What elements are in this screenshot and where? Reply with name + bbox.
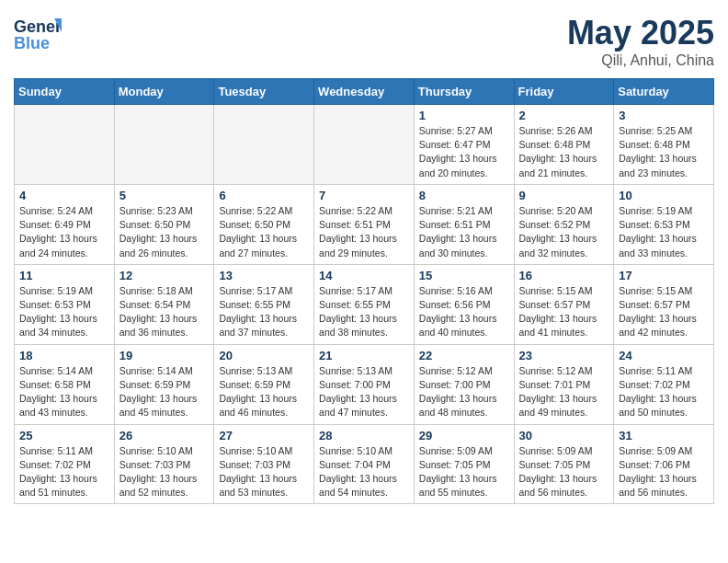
day-info: Sunrise: 5:17 AM Sunset: 6:55 PM Dayligh… <box>219 284 309 340</box>
day-number: 11 <box>19 269 109 282</box>
day-info: Sunrise: 5:15 AM Sunset: 6:57 PM Dayligh… <box>519 284 609 340</box>
day-cell <box>114 105 214 185</box>
day-number: 15 <box>419 269 509 282</box>
day-cell: 1Sunrise: 5:27 AM Sunset: 6:47 PM Daylig… <box>414 105 514 185</box>
weekday-monday: Monday <box>114 79 214 105</box>
day-cell: 19Sunrise: 5:14 AM Sunset: 6:59 PM Dayli… <box>114 344 214 424</box>
calendar-table: SundayMondayTuesdayWednesdayThursdayFrid… <box>14 78 714 504</box>
day-cell: 24Sunrise: 5:11 AM Sunset: 7:02 PM Dayli… <box>614 344 714 424</box>
day-cell: 5Sunrise: 5:23 AM Sunset: 6:50 PM Daylig… <box>114 184 214 264</box>
day-info: Sunrise: 5:12 AM Sunset: 7:01 PM Dayligh… <box>519 364 609 420</box>
day-cell: 16Sunrise: 5:15 AM Sunset: 6:57 PM Dayli… <box>514 264 614 344</box>
day-info: Sunrise: 5:10 AM Sunset: 7:03 PM Dayligh… <box>219 444 309 500</box>
day-number: 22 <box>419 349 509 362</box>
calendar-body: 1Sunrise: 5:27 AM Sunset: 6:47 PM Daylig… <box>15 105 714 504</box>
day-cell: 7Sunrise: 5:22 AM Sunset: 6:51 PM Daylig… <box>314 184 415 264</box>
day-info: Sunrise: 5:18 AM Sunset: 6:54 PM Dayligh… <box>119 284 210 340</box>
day-number: 8 <box>419 189 509 202</box>
day-number: 29 <box>419 429 509 442</box>
day-number: 2 <box>519 109 609 122</box>
day-info: Sunrise: 5:17 AM Sunset: 6:55 PM Dayligh… <box>319 284 409 340</box>
day-info: Sunrise: 5:23 AM Sunset: 6:50 PM Dayligh… <box>119 204 210 260</box>
day-number: 18 <box>19 349 109 362</box>
day-info: Sunrise: 5:16 AM Sunset: 6:56 PM Dayligh… <box>419 284 509 340</box>
day-number: 25 <box>19 429 109 442</box>
day-cell <box>214 105 314 185</box>
day-info: Sunrise: 5:14 AM Sunset: 6:59 PM Dayligh… <box>119 364 210 420</box>
day-cell: 3Sunrise: 5:25 AM Sunset: 6:48 PM Daylig… <box>614 105 714 185</box>
day-cell: 25Sunrise: 5:11 AM Sunset: 7:02 PM Dayli… <box>15 424 115 504</box>
day-number: 6 <box>219 189 309 202</box>
day-cell: 23Sunrise: 5:12 AM Sunset: 7:01 PM Dayli… <box>514 344 614 424</box>
month-year-title: May 2025 <box>567 14 714 52</box>
day-info: Sunrise: 5:10 AM Sunset: 7:03 PM Dayligh… <box>119 444 210 500</box>
day-info: Sunrise: 5:27 AM Sunset: 6:47 PM Dayligh… <box>419 124 509 180</box>
day-info: Sunrise: 5:09 AM Sunset: 7:05 PM Dayligh… <box>419 444 509 500</box>
week-row-3: 11Sunrise: 5:19 AM Sunset: 6:53 PM Dayli… <box>15 264 714 344</box>
day-info: Sunrise: 5:22 AM Sunset: 6:51 PM Dayligh… <box>319 204 409 260</box>
day-cell: 8Sunrise: 5:21 AM Sunset: 6:51 PM Daylig… <box>414 184 514 264</box>
day-number: 10 <box>619 189 709 202</box>
day-cell: 20Sunrise: 5:13 AM Sunset: 6:59 PM Dayli… <box>214 344 314 424</box>
day-cell: 26Sunrise: 5:10 AM Sunset: 7:03 PM Dayli… <box>114 424 214 504</box>
day-number: 5 <box>119 189 210 202</box>
day-number: 28 <box>319 429 409 442</box>
weekday-wednesday: Wednesday <box>314 79 415 105</box>
week-row-4: 18Sunrise: 5:14 AM Sunset: 6:58 PM Dayli… <box>15 344 714 424</box>
weekday-thursday: Thursday <box>414 79 514 105</box>
svg-text:Blue: Blue <box>14 34 50 52</box>
svg-text:General: General <box>14 17 62 36</box>
day-info: Sunrise: 5:19 AM Sunset: 6:53 PM Dayligh… <box>19 284 109 340</box>
weekday-tuesday: Tuesday <box>214 79 314 105</box>
title-block: May 2025 Qili, Anhui, China <box>567 14 714 69</box>
week-row-5: 25Sunrise: 5:11 AM Sunset: 7:02 PM Dayli… <box>15 424 714 504</box>
day-info: Sunrise: 5:24 AM Sunset: 6:49 PM Dayligh… <box>19 204 109 260</box>
day-cell: 6Sunrise: 5:22 AM Sunset: 6:50 PM Daylig… <box>214 184 314 264</box>
day-info: Sunrise: 5:11 AM Sunset: 7:02 PM Dayligh… <box>19 444 109 500</box>
day-number: 27 <box>219 429 309 442</box>
day-info: Sunrise: 5:13 AM Sunset: 6:59 PM Dayligh… <box>219 364 309 420</box>
day-number: 30 <box>519 429 609 442</box>
day-cell: 9Sunrise: 5:20 AM Sunset: 6:52 PM Daylig… <box>514 184 614 264</box>
day-cell <box>15 105 115 185</box>
day-number: 14 <box>319 269 409 282</box>
day-cell <box>314 105 415 185</box>
day-info: Sunrise: 5:26 AM Sunset: 6:48 PM Dayligh… <box>519 124 609 180</box>
day-cell: 2Sunrise: 5:26 AM Sunset: 6:48 PM Daylig… <box>514 105 614 185</box>
day-info: Sunrise: 5:19 AM Sunset: 6:53 PM Dayligh… <box>619 204 709 260</box>
day-cell: 27Sunrise: 5:10 AM Sunset: 7:03 PM Dayli… <box>214 424 314 504</box>
week-row-2: 4Sunrise: 5:24 AM Sunset: 6:49 PM Daylig… <box>15 184 714 264</box>
day-number: 9 <box>519 189 609 202</box>
day-number: 20 <box>219 349 309 362</box>
day-info: Sunrise: 5:20 AM Sunset: 6:52 PM Dayligh… <box>519 204 609 260</box>
day-number: 16 <box>519 269 609 282</box>
day-cell: 11Sunrise: 5:19 AM Sunset: 6:53 PM Dayli… <box>15 264 115 344</box>
day-cell: 29Sunrise: 5:09 AM Sunset: 7:05 PM Dayli… <box>414 424 514 504</box>
day-info: Sunrise: 5:15 AM Sunset: 6:57 PM Dayligh… <box>619 284 709 340</box>
logo: General Blue <box>14 14 62 55</box>
day-cell: 12Sunrise: 5:18 AM Sunset: 6:54 PM Dayli… <box>114 264 214 344</box>
weekday-friday: Friday <box>514 79 614 105</box>
day-cell: 14Sunrise: 5:17 AM Sunset: 6:55 PM Dayli… <box>314 264 415 344</box>
day-cell: 21Sunrise: 5:13 AM Sunset: 7:00 PM Dayli… <box>314 344 415 424</box>
day-number: 12 <box>119 269 210 282</box>
day-cell: 30Sunrise: 5:09 AM Sunset: 7:05 PM Dayli… <box>514 424 614 504</box>
day-cell: 4Sunrise: 5:24 AM Sunset: 6:49 PM Daylig… <box>15 184 115 264</box>
day-cell: 22Sunrise: 5:12 AM Sunset: 7:00 PM Dayli… <box>414 344 514 424</box>
page-header: General Blue May 2025 Qili, Anhui, China <box>14 14 714 69</box>
day-number: 1 <box>419 109 509 122</box>
day-number: 17 <box>619 269 709 282</box>
day-cell: 10Sunrise: 5:19 AM Sunset: 6:53 PM Dayli… <box>614 184 714 264</box>
week-row-1: 1Sunrise: 5:27 AM Sunset: 6:47 PM Daylig… <box>15 105 714 185</box>
day-number: 23 <box>519 349 609 362</box>
day-info: Sunrise: 5:21 AM Sunset: 6:51 PM Dayligh… <box>419 204 509 260</box>
day-info: Sunrise: 5:09 AM Sunset: 7:06 PM Dayligh… <box>619 444 709 500</box>
day-number: 19 <box>119 349 210 362</box>
weekday-sunday: Sunday <box>15 79 115 105</box>
day-info: Sunrise: 5:12 AM Sunset: 7:00 PM Dayligh… <box>419 364 509 420</box>
day-cell: 31Sunrise: 5:09 AM Sunset: 7:06 PM Dayli… <box>614 424 714 504</box>
day-number: 4 <box>19 189 109 202</box>
day-number: 13 <box>219 269 309 282</box>
weekday-saturday: Saturday <box>614 79 714 105</box>
day-number: 3 <box>619 109 709 122</box>
